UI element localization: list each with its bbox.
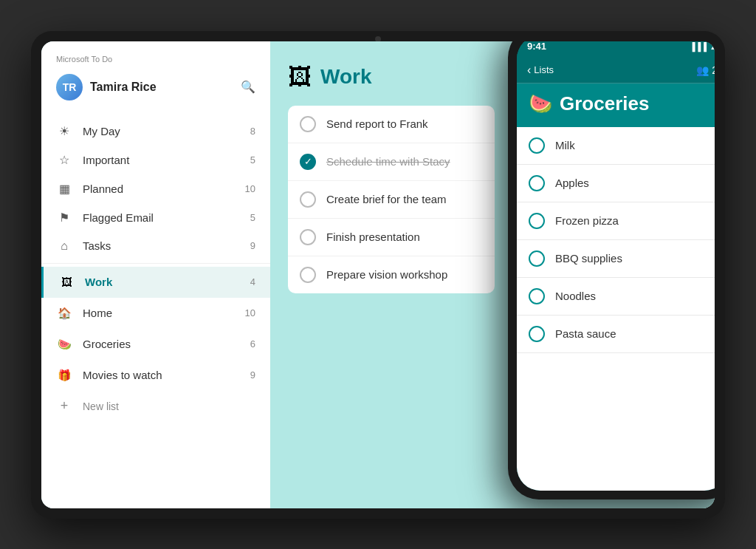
phone-list-emoji: 🍉 [529, 92, 552, 115]
back-label: Lists [534, 64, 554, 75]
nav-label: Movies to watch [83, 369, 250, 381]
groceries-icon: 🍉 [56, 336, 72, 352]
app-title: Microsoft To Do [56, 55, 255, 64]
task-checkbox[interactable] [300, 116, 316, 132]
phone-frame: 9:41 ▐▐▐ ▲ ‹ Lists 👥 [508, 41, 715, 499]
task-text: Send report to Frank [326, 117, 428, 130]
back-button[interactable]: ‹ Lists [527, 64, 554, 77]
movies-icon: 🎁 [56, 367, 72, 383]
nav-divider [41, 263, 270, 264]
task-text: Create brief for the team [326, 193, 447, 205]
task-item[interactable]: Finish presentation [288, 219, 495, 256]
phone-task-item[interactable]: Frozen pizza [517, 202, 715, 240]
sidebar-item-work[interactable]: 🖼 Work 4 [41, 267, 270, 298]
phone-task-text: Pasta sauce [555, 327, 616, 340]
home-icon: ⌂ [56, 239, 72, 253]
new-list-button[interactable]: + New list [41, 391, 270, 422]
sidebar-item-groceries[interactable]: 🍉 Groceries 6 [41, 329, 270, 360]
nav-count: 4 [250, 276, 255, 287]
nav-count: 6 [250, 338, 255, 349]
sidebar-item-tasks[interactable]: ⌂ Tasks 9 [41, 232, 270, 260]
flag-icon: ⚑ [56, 211, 72, 225]
share-button[interactable]: 👥 2 [696, 64, 715, 76]
task-checkbox[interactable] [300, 229, 316, 245]
nav-items: ☀ My Day 8 ☆ Important 5 ▦ Planned 10 [41, 111, 270, 508]
phone-task-checkbox[interactable] [529, 250, 545, 267]
nav-label: Tasks [83, 239, 250, 252]
phone-task-text: Milk [555, 139, 575, 151]
phone-task-checkbox[interactable] [529, 213, 545, 229]
sidebar-item-home[interactable]: 🏠 Home 10 [41, 298, 270, 329]
task-checkbox[interactable] [300, 191, 316, 208]
phone-task-list: Milk Apples Frozen pizza BBQ suppli [517, 127, 715, 491]
task-item[interactable]: Create brief for the team [288, 181, 495, 219]
main-content: 🖼 Work Send report to Frank ✓ Schedule t… [270, 41, 715, 508]
nav-label: Groceries [83, 338, 250, 350]
phone-task-checkbox[interactable] [529, 326, 545, 342]
list-emoji: 🖼 [288, 64, 312, 91]
nav-label: Planned [83, 183, 245, 195]
task-item[interactable]: Prepare vision workshop [288, 256, 495, 293]
phone-task-text: Apples [555, 177, 589, 189]
user-name: Tamira Rice [90, 81, 157, 94]
star-icon: ☆ [56, 153, 72, 167]
list-title: Work [320, 65, 372, 89]
new-list-label: New list [83, 400, 119, 412]
phone-screen: 9:41 ▐▐▐ ▲ ‹ Lists 👥 [517, 41, 715, 491]
phone-list-header: 🍉 Groceries [517, 83, 715, 127]
sidebar-item-flagged-email[interactable]: ⚑ Flagged Email 5 [41, 203, 270, 232]
back-chevron-icon: ‹ [527, 64, 531, 77]
phone-task-item[interactable]: Milk [517, 127, 715, 165]
phone-task-checkbox[interactable] [529, 288, 545, 304]
nav-count: 9 [250, 369, 255, 381]
home-list-icon: 🏠 [56, 305, 72, 321]
phone-task-item[interactable]: Noodles [517, 278, 715, 316]
work-icon: 🖼 [58, 274, 75, 290]
nav-count: 10 [245, 307, 255, 318]
sidebar-header: Microsoft To Do TR Tamira Rice 🔍 [41, 41, 270, 111]
phone-task-text: Frozen pizza [555, 214, 619, 227]
sidebar-item-planned[interactable]: ▦ Planned 10 [41, 174, 270, 203]
status-time: 9:41 [527, 41, 546, 52]
task-checkbox-checked[interactable]: ✓ [300, 154, 316, 170]
plus-icon: + [56, 398, 72, 415]
phone-status-bar: 9:41 ▐▐▐ ▲ [517, 41, 715, 58]
task-item[interactable]: ✓ Schedule time with Stacy [288, 143, 495, 181]
sidebar-item-my-day[interactable]: ☀ My Day 8 [41, 117, 270, 146]
phone-task-item[interactable]: Apples [517, 165, 715, 202]
calendar-icon: ▦ [56, 182, 72, 196]
nav-label: Important [83, 154, 250, 166]
task-list: Send report to Frank ✓ Schedule time wit… [288, 106, 495, 293]
nav-label: Work [85, 276, 250, 288]
people-icon: 👥 [696, 64, 709, 76]
wifi-icon: ▲ [709, 42, 715, 51]
search-button[interactable]: 🔍 [241, 80, 255, 94]
sidebar-item-important[interactable]: ☆ Important 5 [41, 146, 270, 174]
phone-task-item[interactable]: Pasta sauce [517, 316, 715, 353]
phone-task-item[interactable]: BBQ supplies [517, 240, 715, 278]
status-icons: ▐▐▐ ▲ [690, 42, 715, 51]
avatar[interactable]: TR [56, 74, 83, 100]
nav-count: 8 [250, 126, 255, 137]
phone-task-text: Noodles [555, 290, 596, 302]
sun-icon: ☀ [56, 124, 72, 138]
task-text: Prepare vision workshop [326, 268, 447, 281]
nav-count: 10 [245, 183, 255, 194]
phone-list-title: 🍉 Groceries [529, 92, 715, 115]
sidebar: Microsoft To Do TR Tamira Rice 🔍 ☀ My Da… [41, 41, 270, 508]
user-info: TR Tamira Rice [56, 74, 157, 100]
signal-icon: ▐▐▐ [690, 42, 707, 51]
phone-task-checkbox[interactable] [529, 175, 545, 191]
user-row: TR Tamira Rice 🔍 [56, 74, 255, 100]
share-count: 2 [712, 64, 715, 76]
task-text: Finish presentation [326, 231, 420, 243]
task-checkbox[interactable] [300, 267, 316, 283]
tablet-frame: Microsoft To Do TR Tamira Rice 🔍 ☀ My Da… [31, 31, 725, 519]
phone-task-checkbox[interactable] [529, 137, 545, 154]
sidebar-item-movies[interactable]: 🎁 Movies to watch 9 [41, 360, 270, 391]
tablet-screen: Microsoft To Do TR Tamira Rice 🔍 ☀ My Da… [41, 41, 715, 508]
phone-navbar: ‹ Lists 👥 2 [517, 58, 715, 83]
nav-label: Flagged Email [83, 211, 250, 224]
nav-label: Home [83, 307, 245, 319]
task-item[interactable]: Send report to Frank [288, 106, 495, 143]
